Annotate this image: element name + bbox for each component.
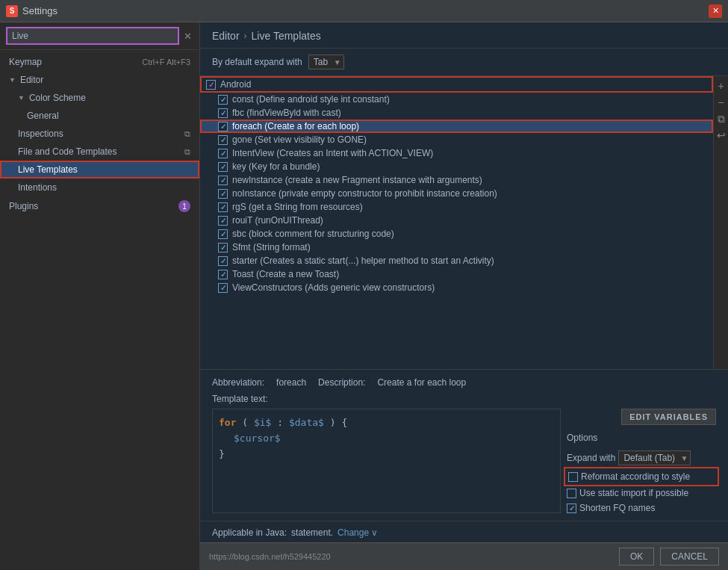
template-item-4[interactable]: gone (Set view visibility to GONE) [200,133,713,146]
sidebar-tools: + − ⧉ ↩ [713,76,728,369]
bottom-panel: Abbreviation: foreach Description: Creat… [200,369,728,521]
static-import-label: Use static import if possible [579,488,688,498]
sidebar-item-inspections[interactable]: Inspections ⧉ [0,125,199,143]
sidebar-item-color-scheme[interactable]: Color Scheme [0,89,199,107]
template-checkbox-10[interactable] [218,216,228,226]
template-item-14[interactable]: Toast (Create a new Toast) [200,267,713,281]
template-checkbox-9[interactable] [218,202,228,212]
search-bar: ✕ [0,22,199,50]
template-checkbox-14[interactable] [218,270,228,279]
template-checkbox-4[interactable] [218,135,228,145]
template-item-2[interactable]: fbc (findViewByld with cast) [200,106,713,120]
expand-with-label: Expand with [567,453,615,463]
template-checkbox-12[interactable] [218,243,228,253]
window-title: Settings [22,5,704,16]
shorten-fq-checkbox[interactable] [567,504,576,513]
breadcrumb-live-templates: Live Templates [252,30,321,42]
template-text-7: newInstance (create a new Fragment insta… [232,175,482,185]
group-checkbox[interactable] [206,80,216,90]
template-checkbox-8[interactable] [218,189,228,199]
file-code-templates-label: File and Code Templates [18,146,117,157]
sidebar-item-file-code-templates[interactable]: File and Code Templates ⧉ [0,143,199,161]
template-item-11[interactable]: sbc (block comment for structuring code) [200,227,713,241]
group-name: Android [220,79,251,90]
applicable-label: Applicable in Java: [212,527,287,538]
template-checkbox-6[interactable] [218,162,228,172]
template-item-9[interactable]: rgS (get a String from resources) [200,200,713,214]
reformat-row: Reformat according to style [567,470,716,483]
general-label: General [27,111,59,121]
undo-button[interactable]: ↩ [715,128,728,142]
search-clear-button[interactable]: ✕ [182,31,193,42]
expand-bar: By default expand with Tab ▼ [200,49,728,76]
template-checkbox-1[interactable] [218,95,228,105]
template-text-9: rgS (get a String from resources) [232,202,363,212]
static-import-checkbox[interactable] [567,489,576,498]
abbreviation-label: Abbreviation: [212,377,264,388]
sidebar-content: Keymap Ctrl+F Alt+F3 Editor Color Scheme… [0,50,199,570]
template-checkbox-15[interactable] [218,283,228,293]
close-button[interactable]: ✕ [709,4,722,18]
template-text-1: const (Define android style int constant… [232,94,390,105]
code-punct-2: : [277,417,289,428]
breadcrumb-editor: Editor [212,30,240,42]
copy-template-button[interactable]: ⧉ [715,112,728,126]
group-header-android[interactable]: Android [200,76,713,93]
template-item-1[interactable]: const (Define android style int constant… [200,93,713,106]
template-checkbox-13[interactable] [218,256,228,266]
template-item-8[interactable]: noInstance (private empty constructor to… [200,187,713,200]
options-panel: EDIT VARIABLES Options Expand with Defau… [567,409,716,513]
template-text-label: Template text: [212,394,716,404]
template-item-13[interactable]: starter (Creates a static start(...) hel… [200,254,713,267]
template-item-5[interactable]: IntentView (Creates an Intent with ACTIO… [200,146,713,160]
sidebar-item-plugins[interactable]: Plugins 1 [0,196,199,216]
code-area[interactable]: for ( $i$ : $data$ ) { $cursor$ } [212,409,561,513]
plugins-badge: 1 [178,200,190,212]
template-checkbox-5[interactable] [218,149,228,158]
cancel-button[interactable]: CANCEL [660,548,719,566]
templates-list-scroll[interactable]: Android const (Define android style int … [200,76,713,369]
ok-button[interactable]: OK [619,548,654,566]
var-cursor: $cursor$ [234,433,281,444]
reformat-checkbox[interactable] [568,472,578,482]
template-checkbox-3[interactable] [218,122,228,131]
template-item-12[interactable]: Sfmt (String format) [200,241,713,254]
sidebar-item-general[interactable]: General [0,107,199,125]
abbreviation-value: foreach [276,377,306,388]
abbreviation-row: Abbreviation: foreach Description: Creat… [212,377,716,388]
expand-select[interactable]: Tab [308,55,344,69]
template-text-3: foreach (Create a for each loop) [232,121,359,131]
change-link[interactable]: Change ∨ [337,527,378,538]
template-text-15: ViewConstructors (Adds generic view cons… [232,282,435,293]
template-text-2: fbc (findViewByld with cast) [232,108,341,118]
template-item-7[interactable]: newInstance (create a new Fragment insta… [200,173,713,187]
expand-select-wrap: Tab ▼ [308,55,344,69]
template-item-6[interactable]: key (Key for a bundle) [200,160,713,173]
plugins-label: Plugins [9,201,38,211]
template-checkbox-7[interactable] [218,176,228,185]
sidebar-item-live-templates[interactable]: Live Templates [0,161,199,179]
sidebar-item-intentions[interactable]: Intentions [0,179,199,196]
template-text-6: key (Key for a bundle) [232,161,320,172]
shorten-fq-row: Shorten FQ names [567,503,716,513]
edit-variables-button[interactable]: EDIT VARIABLES [621,409,716,425]
template-text-10: rouiT (runOnUIThread) [232,215,323,226]
template-item-15[interactable]: ViewConstructors (Adds generic view cons… [200,281,713,294]
template-checkbox-2[interactable] [218,108,228,118]
editor-label: Editor [20,75,43,85]
sidebar-item-keymap[interactable]: Keymap Ctrl+F Alt+F3 [0,53,199,71]
sidebar-item-editor[interactable]: Editor [0,71,199,89]
shorten-fq-label: Shorten FQ names [579,503,655,513]
description-label: Description: [318,377,365,388]
template-text-5: IntentView (Creates an Intent with ACTIO… [232,148,433,158]
template-item-10[interactable]: rouiT (runOnUIThread) [200,214,713,227]
remove-template-button[interactable]: − [715,96,728,109]
keymap-shortcut: Ctrl+F Alt+F3 [142,58,190,66]
add-template-button[interactable]: + [715,79,728,93]
template-checkbox-11[interactable] [218,229,228,239]
keyword-for: for [219,417,236,428]
inspections-label: Inspections [18,128,63,139]
search-input[interactable] [6,27,179,45]
template-item-3[interactable]: foreach (Create a for each loop) [200,120,713,133]
expand-with-select[interactable]: Default (Tab) [618,450,691,465]
